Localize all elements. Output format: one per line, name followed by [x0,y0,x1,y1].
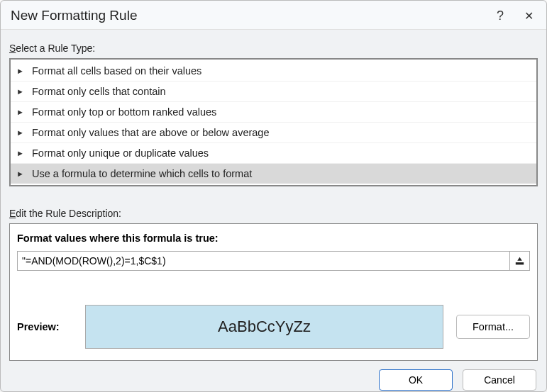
arrow-icon: ► [16,87,25,96]
preview-sample-box: AaBbCcYyZz [85,305,443,349]
arrow-icon: ► [16,169,25,178]
edit-rule-description-section: Edit the Rule Description: Format values… [9,202,538,361]
svg-rect-0 [516,262,524,264]
rule-type-item[interactable]: ►Format only values that are above or be… [11,123,536,143]
arrow-icon: ► [16,67,25,75]
edit-description-label: Edit the Rule Description: [9,208,538,219]
ok-button[interactable]: OK [379,369,453,391]
description-box: Format values where this formula is true… [9,223,538,361]
rule-type-item[interactable]: ►Use a formula to determine which cells … [11,164,536,184]
cancel-button[interactable]: Cancel [463,369,536,391]
formula-label: Format values where this formula is true… [17,233,530,244]
collapse-dialog-icon[interactable] [509,252,529,270]
format-button[interactable]: Format... [456,315,530,339]
rule-type-text: Format all cells based on their values [32,65,201,77]
rule-type-list: ►Format all cells based on their values … [9,58,538,186]
new-formatting-rule-dialog: New Formatting Rule ? ✕ Select a Rule Ty… [0,0,547,392]
formula-input-row [17,251,530,271]
rule-type-text: Format only values that are above or bel… [32,127,270,138]
preview-label: Preview: [17,321,72,332]
rule-type-text: Format only unique or duplicate values [32,147,209,159]
rule-type-text: Use a formula to determine which cells t… [32,168,252,179]
formula-input[interactable] [18,252,509,270]
rule-type-text: Format only cells that contain [32,86,166,97]
dialog-content: Select a Rule Type: ►Format all cells ba… [1,30,546,361]
select-rule-type-label: Select a Rule Type: [9,43,538,54]
arrow-icon: ► [16,108,25,116]
dialog-title: New Formatting Rule [11,8,480,23]
titlebar: New Formatting Rule ? ✕ [1,1,546,30]
rule-type-item[interactable]: ►Format all cells based on their values [11,61,536,82]
rule-type-item[interactable]: ►Format only top or bottom ranked values [11,102,536,123]
arrow-icon: ► [16,128,25,137]
rule-type-text: Format only top or bottom ranked values [32,106,216,118]
help-icon[interactable]: ? [492,9,508,23]
rule-type-item[interactable]: ►Format only unique or duplicate values [11,143,536,164]
rule-type-item[interactable]: ►Format only cells that contain [11,82,536,102]
dialog-button-row: OK Cancel [1,361,546,392]
close-icon[interactable]: ✕ [521,9,536,23]
arrow-icon: ► [16,149,25,157]
preview-row: Preview: AaBbCcYyZz Format... [17,305,530,349]
